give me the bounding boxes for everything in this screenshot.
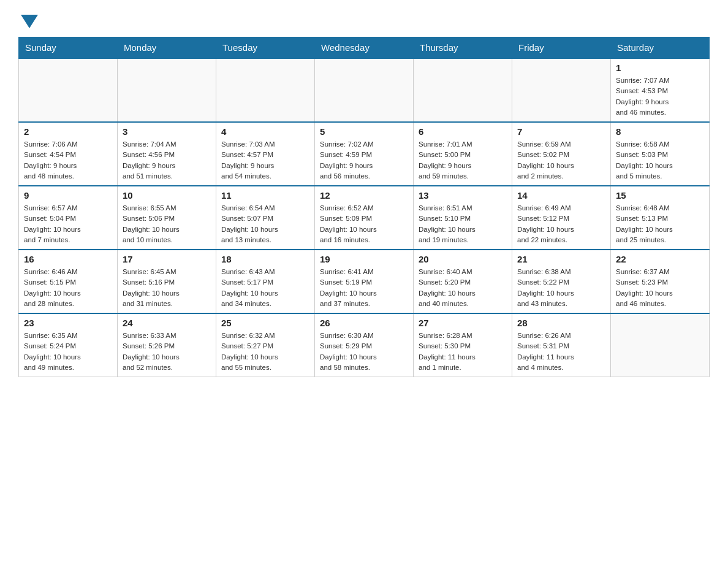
day-info: Sunrise: 6:54 AM Sunset: 5:07 PM Dayligh… — [221, 203, 309, 245]
calendar-cell: 12Sunrise: 6:52 AM Sunset: 5:09 PM Dayli… — [315, 186, 414, 250]
day-number: 14 — [517, 190, 605, 201]
weekday-header-thursday: Thursday — [414, 37, 512, 59]
day-number: 15 — [616, 190, 704, 201]
day-info: Sunrise: 6:41 AM Sunset: 5:19 PM Dayligh… — [320, 267, 408, 309]
calendar-cell: 9Sunrise: 6:57 AM Sunset: 5:04 PM Daylig… — [19, 186, 118, 250]
day-number: 9 — [24, 190, 112, 201]
day-number: 27 — [419, 318, 507, 328]
calendar-cell: 6Sunrise: 7:01 AM Sunset: 5:00 PM Daylig… — [414, 122, 512, 186]
calendar-cell: 11Sunrise: 6:54 AM Sunset: 5:07 PM Dayli… — [216, 186, 315, 250]
day-number: 26 — [320, 318, 408, 328]
weekday-header-saturday: Saturday — [611, 37, 710, 59]
calendar-cell: 27Sunrise: 6:28 AM Sunset: 5:30 PM Dayli… — [414, 313, 512, 377]
weekday-header-sunday: Sunday — [19, 37, 118, 59]
day-number: 17 — [123, 254, 211, 264]
calendar-cell: 25Sunrise: 6:32 AM Sunset: 5:27 PM Dayli… — [216, 313, 315, 377]
day-number: 5 — [320, 126, 408, 137]
calendar-cell: 2Sunrise: 7:06 AM Sunset: 4:54 PM Daylig… — [19, 122, 118, 186]
day-info: Sunrise: 6:58 AM Sunset: 5:03 PM Dayligh… — [616, 139, 704, 182]
calendar-cell: 16Sunrise: 6:46 AM Sunset: 5:15 PM Dayli… — [19, 250, 118, 313]
day-info: Sunrise: 6:43 AM Sunset: 5:17 PM Dayligh… — [221, 267, 309, 309]
day-info: Sunrise: 6:28 AM Sunset: 5:30 PM Dayligh… — [419, 331, 507, 373]
day-number: 23 — [24, 318, 112, 328]
calendar-cell — [19, 58, 118, 122]
calendar-cell: 8Sunrise: 6:58 AM Sunset: 5:03 PM Daylig… — [611, 122, 710, 186]
day-info: Sunrise: 6:59 AM Sunset: 5:02 PM Dayligh… — [517, 139, 605, 182]
day-info: Sunrise: 6:35 AM Sunset: 5:24 PM Dayligh… — [24, 331, 112, 373]
day-number: 25 — [221, 318, 309, 328]
day-info: Sunrise: 6:32 AM Sunset: 5:27 PM Dayligh… — [221, 331, 309, 373]
calendar-row-2: 9Sunrise: 6:57 AM Sunset: 5:04 PM Daylig… — [19, 186, 710, 250]
day-number: 16 — [24, 254, 112, 264]
day-info: Sunrise: 6:46 AM Sunset: 5:15 PM Dayligh… — [24, 267, 112, 309]
calendar-cell: 15Sunrise: 6:48 AM Sunset: 5:13 PM Dayli… — [611, 186, 710, 250]
calendar-cell: 26Sunrise: 6:30 AM Sunset: 5:29 PM Dayli… — [315, 313, 414, 377]
day-number: 2 — [24, 126, 112, 137]
day-number: 4 — [221, 126, 309, 137]
day-number: 19 — [320, 254, 408, 264]
calendar-cell: 10Sunrise: 6:55 AM Sunset: 5:06 PM Dayli… — [118, 186, 216, 250]
calendar-cell: 18Sunrise: 6:43 AM Sunset: 5:17 PM Dayli… — [216, 250, 315, 313]
calendar-row-4: 23Sunrise: 6:35 AM Sunset: 5:24 PM Dayli… — [19, 313, 710, 377]
day-info: Sunrise: 6:26 AM Sunset: 5:31 PM Dayligh… — [517, 331, 605, 373]
day-number: 8 — [616, 126, 704, 137]
day-number: 12 — [320, 190, 408, 201]
day-info: Sunrise: 6:49 AM Sunset: 5:12 PM Dayligh… — [517, 203, 605, 245]
day-number: 7 — [517, 126, 605, 137]
day-info: Sunrise: 7:06 AM Sunset: 4:54 PM Dayligh… — [24, 139, 112, 182]
day-number: 10 — [123, 190, 211, 201]
day-info: Sunrise: 6:45 AM Sunset: 5:16 PM Dayligh… — [123, 267, 211, 309]
day-info: Sunrise: 6:38 AM Sunset: 5:22 PM Dayligh… — [517, 267, 605, 309]
calendar-cell: 1Sunrise: 7:07 AM Sunset: 4:53 PM Daylig… — [611, 58, 710, 122]
calendar-table: SundayMondayTuesdayWednesdayThursdayFrid… — [18, 37, 710, 377]
calendar-cell: 7Sunrise: 6:59 AM Sunset: 5:02 PM Daylig… — [512, 122, 611, 186]
calendar-cell: 14Sunrise: 6:49 AM Sunset: 5:12 PM Dayli… — [512, 186, 611, 250]
day-number: 24 — [123, 318, 211, 328]
day-number: 28 — [517, 318, 605, 328]
weekday-header-row: SundayMondayTuesdayWednesdayThursdayFrid… — [19, 37, 710, 59]
day-number: 11 — [221, 190, 309, 201]
weekday-header-wednesday: Wednesday — [315, 37, 414, 59]
calendar-cell: 20Sunrise: 6:40 AM Sunset: 5:20 PM Dayli… — [414, 250, 512, 313]
logo-triangle-icon — [21, 15, 38, 28]
logo — [18, 12, 38, 27]
day-info: Sunrise: 6:55 AM Sunset: 5:06 PM Dayligh… — [123, 203, 211, 245]
day-info: Sunrise: 6:37 AM Sunset: 5:23 PM Dayligh… — [616, 267, 704, 309]
weekday-header-friday: Friday — [512, 37, 611, 59]
day-number: 6 — [419, 126, 507, 137]
calendar-row-1: 2Sunrise: 7:06 AM Sunset: 4:54 PM Daylig… — [19, 122, 710, 186]
day-info: Sunrise: 6:48 AM Sunset: 5:13 PM Dayligh… — [616, 203, 704, 245]
day-number: 20 — [419, 254, 507, 264]
day-info: Sunrise: 6:51 AM Sunset: 5:10 PM Dayligh… — [419, 203, 507, 245]
calendar-cell — [118, 58, 216, 122]
day-number: 21 — [517, 254, 605, 264]
day-info: Sunrise: 6:30 AM Sunset: 5:29 PM Dayligh… — [320, 331, 408, 373]
calendar-cell: 4Sunrise: 7:03 AM Sunset: 4:57 PM Daylig… — [216, 122, 315, 186]
day-info: Sunrise: 7:03 AM Sunset: 4:57 PM Dayligh… — [221, 139, 309, 182]
day-number: 22 — [616, 254, 704, 264]
calendar-cell — [512, 58, 611, 122]
calendar-cell: 3Sunrise: 7:04 AM Sunset: 4:56 PM Daylig… — [118, 122, 216, 186]
day-number: 13 — [419, 190, 507, 201]
day-number: 3 — [123, 126, 211, 137]
calendar-cell — [414, 58, 512, 122]
calendar-cell: 13Sunrise: 6:51 AM Sunset: 5:10 PM Dayli… — [414, 186, 512, 250]
calendar-row-3: 16Sunrise: 6:46 AM Sunset: 5:15 PM Dayli… — [19, 250, 710, 313]
calendar-cell: 23Sunrise: 6:35 AM Sunset: 5:24 PM Dayli… — [19, 313, 118, 377]
calendar-row-0: 1Sunrise: 7:07 AM Sunset: 4:53 PM Daylig… — [19, 58, 710, 122]
day-info: Sunrise: 7:02 AM Sunset: 4:59 PM Dayligh… — [320, 139, 408, 182]
day-number: 18 — [221, 254, 309, 264]
calendar-cell: 24Sunrise: 6:33 AM Sunset: 5:26 PM Dayli… — [118, 313, 216, 377]
day-info: Sunrise: 7:07 AM Sunset: 4:53 PM Dayligh… — [616, 75, 704, 118]
calendar-cell — [216, 58, 315, 122]
calendar-cell — [611, 313, 710, 377]
calendar-cell: 21Sunrise: 6:38 AM Sunset: 5:22 PM Dayli… — [512, 250, 611, 313]
calendar-cell: 17Sunrise: 6:45 AM Sunset: 5:16 PM Dayli… — [118, 250, 216, 313]
calendar-cell: 28Sunrise: 6:26 AM Sunset: 5:31 PM Dayli… — [512, 313, 611, 377]
day-info: Sunrise: 7:04 AM Sunset: 4:56 PM Dayligh… — [123, 139, 211, 182]
weekday-header-monday: Monday — [118, 37, 216, 59]
day-info: Sunrise: 7:01 AM Sunset: 5:00 PM Dayligh… — [419, 139, 507, 182]
day-info: Sunrise: 6:57 AM Sunset: 5:04 PM Dayligh… — [24, 203, 112, 245]
weekday-header-tuesday: Tuesday — [216, 37, 315, 59]
calendar-cell: 5Sunrise: 7:02 AM Sunset: 4:59 PM Daylig… — [315, 122, 414, 186]
